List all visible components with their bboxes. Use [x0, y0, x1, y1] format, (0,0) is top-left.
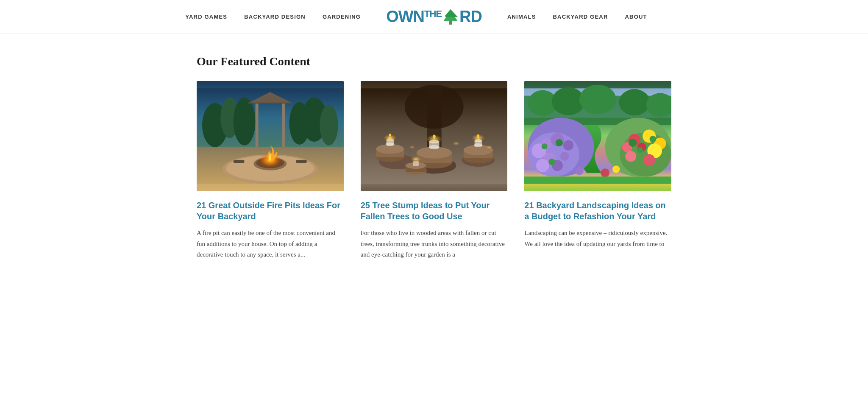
- svg-point-90: [643, 154, 655, 166]
- nav-right: ANIMALS BACKYARD GEAR ABOUT: [482, 14, 851, 20]
- svg-point-95: [612, 165, 620, 173]
- card-excerpt-fire-pit: A fire pit can easily be one of the most…: [197, 228, 344, 260]
- svg-point-65: [579, 85, 616, 114]
- svg-rect-18: [256, 103, 259, 147]
- svg-point-9: [289, 102, 310, 145]
- svg-rect-0: [449, 21, 452, 25]
- nav-item-yard-games[interactable]: YARD GAMES: [185, 14, 227, 20]
- svg-point-22: [405, 85, 464, 129]
- svg-point-60: [486, 145, 492, 149]
- svg-point-80: [549, 159, 556, 165]
- card-excerpt-tree-stumps: For those who live in wooded areas with …: [361, 228, 508, 260]
- svg-point-66: [619, 89, 650, 115]
- svg-point-43: [433, 135, 436, 139]
- svg-point-79: [556, 139, 563, 146]
- svg-rect-16: [234, 160, 245, 163]
- card-image-landscaping[interactable]: [524, 81, 671, 191]
- card-image-tree-stumps[interactable]: [361, 81, 508, 191]
- main-nav: YARD GAMES BACKYARD DESIGN GARDENING OWN…: [0, 0, 868, 34]
- nav-left: YARD GAMES BACKYARD DESIGN GARDENING: [17, 14, 386, 20]
- svg-rect-97: [524, 176, 671, 184]
- nav-item-backyard-design[interactable]: BACKYARD DESIGN: [244, 14, 306, 20]
- section-title: Our Featured Content: [197, 55, 671, 68]
- svg-point-91: [650, 136, 657, 142]
- nav-item-animals[interactable]: ANIMALS: [507, 14, 536, 20]
- logo-tree-icon: [442, 8, 459, 25]
- svg-rect-19: [282, 103, 285, 147]
- card-excerpt-landscaping: Landscaping can be expensive – ridiculou…: [524, 228, 671, 249]
- svg-point-78: [542, 143, 548, 149]
- svg-point-73: [563, 140, 573, 151]
- logo-text-rd: RD: [459, 8, 482, 25]
- svg-point-93: [637, 147, 643, 153]
- svg-point-59: [409, 145, 415, 149]
- nav-item-about[interactable]: ABOUT: [625, 14, 647, 20]
- card-landscaping: 21 Backyard Landscaping Ideas on a Budge…: [524, 81, 671, 260]
- svg-point-94: [601, 168, 610, 177]
- logo-text-the: THE: [424, 9, 442, 19]
- card-tree-stumps: 25 Tree Stump Ideas to Put Your Fallen T…: [361, 81, 508, 260]
- svg-point-34: [389, 134, 391, 137]
- nav-item-gardening[interactable]: GARDENING: [323, 14, 361, 20]
- svg-point-92: [629, 139, 637, 147]
- cards-grid: 21 Great Outside Fire Pits Ideas For You…: [197, 81, 671, 260]
- card-title-fire-pit[interactable]: 21 Great Outside Fire Pits Ideas For You…: [197, 200, 344, 222]
- card-image-fire-pit[interactable]: [197, 81, 344, 191]
- svg-point-75: [560, 152, 569, 161]
- svg-point-8: [320, 105, 338, 145]
- svg-marker-2: [445, 9, 458, 17]
- card-fire-pit: 21 Great Outside Fire Pits Ideas For You…: [197, 81, 344, 260]
- svg-point-58: [452, 141, 459, 145]
- logo[interactable]: OWN THE RD: [386, 8, 482, 25]
- svg-rect-17: [296, 160, 307, 163]
- svg-point-6: [234, 98, 256, 145]
- svg-point-89: [626, 151, 637, 162]
- main-content: Our Featured Content: [180, 34, 688, 277]
- logo-text-own: OWN: [386, 8, 424, 25]
- svg-point-57: [411, 156, 421, 162]
- svg-point-52: [477, 134, 479, 137]
- svg-point-96: [576, 167, 584, 175]
- nav-item-backyard-gear[interactable]: BACKYARD GEAR: [553, 14, 608, 20]
- svg-point-76: [536, 159, 549, 172]
- card-title-tree-stumps[interactable]: 25 Tree Stump Ideas to Put Your Fallen T…: [361, 200, 508, 222]
- card-title-landscaping[interactable]: 21 Backyard Landscaping Ideas on a Budge…: [524, 200, 671, 222]
